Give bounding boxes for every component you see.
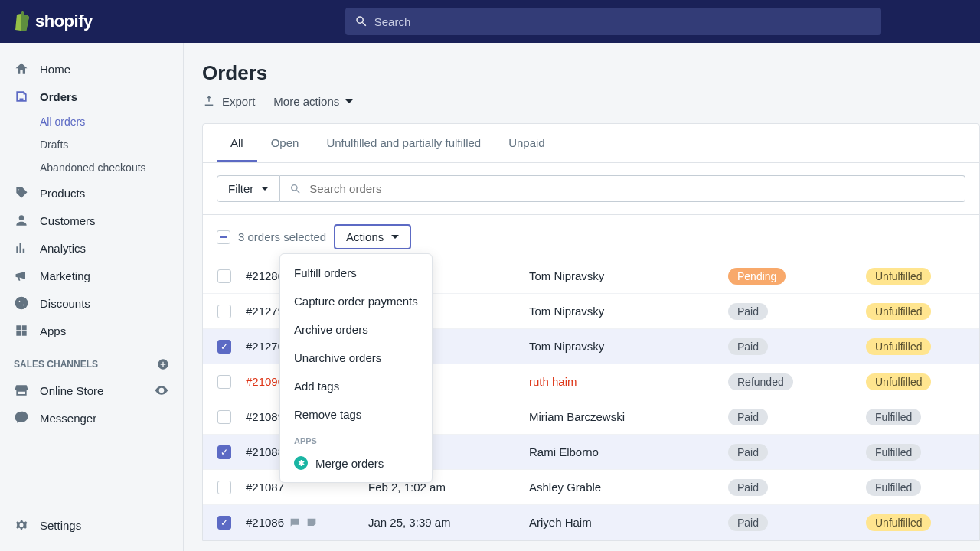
payment-badge: Paid: [728, 479, 768, 496]
customer-name[interactable]: Ariyeh Haim: [529, 516, 728, 529]
payment-badge: Paid: [728, 444, 768, 461]
sidebar-item-discounts[interactable]: Discounts: [0, 289, 183, 317]
payment-badge: Paid: [728, 303, 768, 320]
sidebar-subitem[interactable]: Abandoned checkouts: [40, 156, 183, 179]
channel-online-store[interactable]: Online Store: [0, 377, 183, 404]
menu-item[interactable]: Capture order payments: [280, 287, 432, 315]
menu-section-label: APPS: [280, 429, 432, 448]
fulfillment-badge: Fulfilled: [866, 479, 921, 496]
nav-label: Discounts: [40, 297, 90, 310]
customer-name[interactable]: Ashley Grable: [529, 481, 728, 494]
main-content: Orders Export More actions AllOpenUnfulf…: [184, 43, 980, 551]
fulfillment-badge: Unfulfilled: [866, 373, 931, 390]
discount-icon: [14, 295, 29, 311]
tab-open[interactable]: Open: [257, 124, 313, 162]
sidebar-subitem[interactable]: All orders: [40, 110, 183, 133]
menu-app-item[interactable]: ✱Merge orders: [280, 448, 432, 478]
fulfillment-badge: Unfulfilled: [866, 303, 931, 320]
gear-icon: [14, 517, 29, 533]
chat-icon: [305, 517, 318, 529]
sidebar-item-analytics[interactable]: Analytics: [0, 234, 183, 262]
filter-button[interactable]: Filter: [217, 175, 280, 202]
menu-item[interactable]: Add tags: [280, 372, 432, 400]
order-number[interactable]: #21086: [246, 516, 368, 529]
brand-text: shopify: [35, 11, 93, 31]
row-checkbox[interactable]: [217, 305, 231, 318]
row-checkbox[interactable]: [217, 445, 231, 459]
apps-icon: [14, 323, 29, 338]
tab-unpaid[interactable]: Unpaid: [495, 124, 559, 162]
store-icon: [14, 383, 29, 398]
sidebar-item-home[interactable]: Home: [0, 55, 183, 83]
fulfillment-badge: Unfulfilled: [866, 338, 931, 355]
channel-messenger[interactable]: Messenger: [0, 404, 183, 432]
bulk-actions-button[interactable]: Actions: [334, 224, 411, 249]
brand-logo[interactable]: shopify: [12, 11, 93, 31]
actions-dropdown: Fulfill ordersCapture order paymentsArch…: [279, 253, 433, 483]
nav-label: Analytics: [40, 242, 86, 255]
user-icon: [14, 213, 29, 228]
fulfillment-badge: Unfulfilled: [866, 268, 931, 285]
search-orders-input[interactable]: [309, 182, 956, 195]
export-button[interactable]: Export: [202, 94, 255, 108]
menu-item[interactable]: Remove tags: [280, 400, 432, 429]
nav-label: Customers: [40, 214, 96, 227]
sidebar: HomeOrdersAll ordersDraftsAbandoned chec…: [0, 43, 184, 551]
customer-name[interactable]: Tom Nipravsky: [529, 269, 728, 282]
customer-name[interactable]: Tom Nipravsky: [529, 305, 728, 318]
customer-name[interactable]: ruth haim: [529, 375, 728, 388]
settings-label: Settings: [40, 519, 81, 532]
more-actions-button[interactable]: More actions: [273, 95, 353, 108]
messenger-icon: [14, 410, 29, 425]
table-row[interactable]: #21086 Jan 25, 3:39 amAriyeh HaimPaidUnf…: [203, 505, 979, 540]
payment-badge: Paid: [728, 338, 768, 355]
megaphone-icon: [14, 268, 29, 283]
nav-label: Home: [40, 63, 70, 76]
search-orders[interactable]: [280, 175, 965, 202]
sidebar-item-marketing[interactable]: Marketing: [0, 262, 183, 289]
channel-label: Messenger: [40, 412, 96, 425]
search-icon: [354, 15, 368, 28]
actions-label: Actions: [346, 230, 384, 243]
menu-item[interactable]: Archive orders: [280, 315, 432, 344]
row-checkbox[interactable]: [217, 410, 231, 424]
topbar: shopify: [0, 0, 980, 43]
sidebar-item-customers[interactable]: Customers: [0, 207, 183, 234]
tab-unfulfilled-and-partially-fulfilled[interactable]: Unfulfilled and partially fulfilled: [312, 124, 495, 162]
search-icon: [289, 183, 302, 195]
home-icon: [14, 61, 29, 77]
global-search[interactable]: [345, 8, 881, 35]
chart-icon: [14, 240, 29, 256]
payment-badge: Refunded: [728, 373, 793, 390]
tab-all[interactable]: All: [217, 124, 257, 162]
add-channel-icon[interactable]: [157, 358, 169, 370]
customer-name[interactable]: Rami Elborno: [529, 445, 728, 458]
payment-badge: Paid: [728, 409, 768, 425]
menu-item[interactable]: Fulfill orders: [280, 259, 432, 287]
row-checkbox[interactable]: [217, 481, 231, 494]
sidebar-item-orders[interactable]: Orders: [0, 83, 183, 110]
search-input[interactable]: [374, 15, 872, 28]
menu-item[interactable]: Unarchive orders: [280, 344, 432, 372]
row-checkbox[interactable]: [217, 516, 231, 530]
sidebar-item-apps[interactable]: Apps: [0, 317, 183, 344]
customer-name[interactable]: Tom Nipravsky: [529, 340, 728, 353]
row-checkbox[interactable]: [217, 269, 231, 283]
nav-label: Orders: [40, 90, 77, 103]
customer-name[interactable]: Miriam Barczewski: [529, 410, 728, 423]
selection-text: 3 orders selected: [238, 230, 326, 243]
chevron-down-icon: [391, 235, 399, 239]
chevron-down-icon: [261, 187, 269, 191]
order-time: Jan 25, 3:39 am: [368, 516, 529, 529]
nav-label: Apps: [40, 324, 66, 337]
row-checkbox[interactable]: [217, 340, 231, 354]
filter-label: Filter: [228, 182, 253, 195]
sidebar-subitem[interactable]: Drafts: [40, 133, 183, 156]
select-all-checkbox[interactable]: [217, 230, 230, 244]
selection-bar: 3 orders selected Actions Fulfill orders…: [203, 215, 979, 259]
sidebar-item-products[interactable]: Products: [0, 179, 183, 207]
eye-icon[interactable]: [154, 383, 169, 398]
row-checkbox[interactable]: [217, 375, 231, 389]
settings-link[interactable]: Settings: [0, 511, 183, 539]
channels-label: SALES CHANNELS: [14, 359, 98, 370]
